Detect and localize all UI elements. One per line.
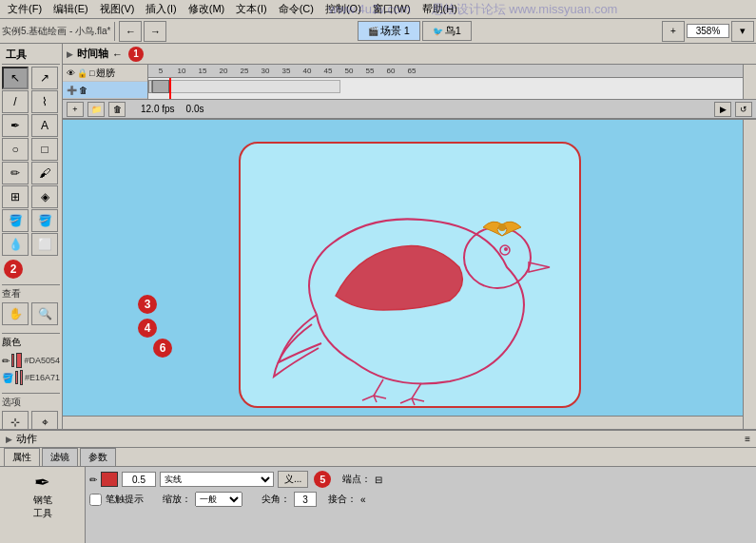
frame-65: 65 xyxy=(401,67,422,75)
frame-55: 55 xyxy=(359,67,380,75)
sharp-input[interactable] xyxy=(294,492,317,507)
line-tool[interactable]: / xyxy=(2,90,29,113)
main-area: 工具 ↖ ↗ / ⌇ ✒ A ○ □ ✏ 🖌 ⊞ ◈ 🪣 🪣 💧 ⬜ xyxy=(0,44,756,429)
actions-title: 动作 xyxy=(16,432,37,446)
menu-control[interactable]: 控制(O) xyxy=(320,0,367,18)
circle-1: 1 xyxy=(128,47,144,62)
layer-row-wing: 👁 🔒 □ 翅膀 xyxy=(63,65,147,82)
menu-insert[interactable]: 插入(I) xyxy=(140,0,182,18)
menu-file[interactable]: 文件(F) xyxy=(2,0,48,18)
menu-command[interactable]: 命令(C) xyxy=(273,0,320,18)
canvas-scrollbar-h[interactable] xyxy=(63,416,743,429)
canvas-scrollbar-v[interactable] xyxy=(743,120,756,429)
bucket-icon: 🪣 xyxy=(2,373,13,383)
delete-layer-btn[interactable]: 🗑 xyxy=(79,86,87,95)
tool-panel: 工具 ↖ ↗ / ⌇ ✒ A ○ □ ✏ 🖌 ⊞ ◈ 🪣 🪣 💧 ⬜ xyxy=(0,44,63,429)
frame-block-span[interactable] xyxy=(169,80,340,93)
menu-edit[interactable]: 编辑(E) xyxy=(48,0,94,18)
option-btn-1[interactable]: ⊹ xyxy=(2,411,29,429)
join-label: 接合： xyxy=(328,493,357,506)
oval-tool[interactable]: ○ xyxy=(2,138,29,161)
stroke-color-value: #DA5054 xyxy=(24,356,60,365)
tools-label: 工具 xyxy=(2,46,60,65)
canvas-area[interactable]: 6 xyxy=(63,120,756,429)
stroke-type-select[interactable]: 实线 xyxy=(160,472,274,487)
paint-tool[interactable]: 🪣 xyxy=(31,209,58,232)
stroke-width-input[interactable] xyxy=(122,472,156,487)
timeline-frames: 5 10 15 20 25 30 35 40 45 50 55 60 xyxy=(148,65,743,99)
pen-tool[interactable]: ✒ xyxy=(2,114,29,137)
zoom-controls: + 358% ▾ xyxy=(662,21,754,42)
hand-tool[interactable]: ✋ xyxy=(2,302,29,325)
subselect-tool[interactable]: ↗ xyxy=(31,67,58,89)
timeline-layers: 👁 🔒 □ 翅膀 ➕ 🗑 5 xyxy=(63,65,756,99)
scale-select[interactable]: 一般 xyxy=(195,492,242,507)
join-value: « xyxy=(360,495,366,505)
frame-content xyxy=(148,78,743,99)
layer-controls-row: ➕ 🗑 xyxy=(63,82,147,99)
eye-icon[interactable]: 👁 xyxy=(67,68,75,78)
brush-tool[interactable]: 🖌 xyxy=(31,162,58,184)
tip-checkbox[interactable] xyxy=(89,494,102,506)
content-area: ▶ 时间轴 ← 1 👁 🔒 □ 翅膀 xyxy=(63,44,756,429)
timeline-scrollbar-v[interactable] xyxy=(743,65,756,99)
bird-svg xyxy=(241,144,581,408)
zoom-tool[interactable]: 🔍 xyxy=(31,302,58,325)
frame-10: 10 xyxy=(171,67,192,75)
scene-tab-bird[interactable]: 🐦 鸟1 xyxy=(422,21,472,41)
loop-btn[interactable]: ↺ xyxy=(735,102,752,117)
fill-xform-tool[interactable]: ◈ xyxy=(31,185,58,208)
tab-filters[interactable]: 滤镜 xyxy=(42,448,78,466)
option-label: 选项 xyxy=(2,393,60,411)
menu-window[interactable]: 窗口(W) xyxy=(367,0,417,18)
frame-block-filled[interactable] xyxy=(152,80,169,93)
menu-view[interactable]: 视图(V) xyxy=(94,0,141,18)
window-title: 实例5.基础绘画 - 小鸟.fla* xyxy=(2,25,110,38)
select-tool[interactable]: ↖ xyxy=(2,67,29,89)
timeline-back[interactable]: ← xyxy=(112,48,123,60)
delete-layer-ctrl-btn[interactable]: 🗑 xyxy=(108,102,126,117)
stroke-prop-swatch[interactable] xyxy=(101,472,118,487)
ink-tool[interactable]: 🪣 xyxy=(2,209,29,232)
freexform-tool[interactable]: ⊞ xyxy=(2,185,29,208)
eyedrop-tool[interactable]: 💧 xyxy=(2,233,29,256)
custom-stroke-btn[interactable]: 义... xyxy=(278,471,308,488)
playhead[interactable] xyxy=(169,78,171,99)
frame-20: 20 xyxy=(213,67,234,75)
frame-40: 40 xyxy=(297,67,318,75)
bottom-panel: ▶ 动作 ≡ 属性 滤镜 参数 ✒ 钢笔 工具 ✏ 实线 xyxy=(0,429,756,543)
fill-swatch[interactable] xyxy=(20,370,23,385)
tip-label: 笔触提示 xyxy=(106,493,144,506)
add-layer-btn[interactable]: ➕ xyxy=(67,86,77,95)
fill-color-row: 🪣 #E16A71 xyxy=(2,370,60,385)
zoom-in-btn[interactable]: + xyxy=(662,21,685,42)
add-folder-btn[interactable]: 📁 xyxy=(87,102,105,117)
lasso-tool[interactable]: ⌇ xyxy=(31,90,58,113)
endpoint-label: 端点： xyxy=(342,473,371,486)
pencil-tool[interactable]: ✏ xyxy=(2,162,29,184)
scene-tab-1[interactable]: 🎬 场景 1 xyxy=(358,21,420,41)
actions-options-btn[interactable]: ≡ xyxy=(745,434,750,444)
menu-help[interactable]: 帮助(H) xyxy=(417,0,463,18)
tab-properties[interactable]: 属性 xyxy=(4,448,40,466)
frame-icon: □ xyxy=(89,68,94,78)
toolbar-row: 实例5.基础绘画 - 小鸟.fla* ← → 🎬 场景 1 🐦 鸟1 + 358… xyxy=(0,19,756,44)
option-btn-2[interactable]: ⌖ xyxy=(31,411,58,429)
menu-modify[interactable]: 修改(M) xyxy=(183,0,231,18)
actions-expand[interactable]: ▶ xyxy=(6,435,12,444)
zoom-out-btn[interactable]: ▾ xyxy=(731,21,754,42)
rect-tool[interactable]: □ xyxy=(31,138,58,161)
fill-color-value: #E16A71 xyxy=(25,373,60,382)
tab-params[interactable]: 参数 xyxy=(80,448,116,466)
frame-25: 25 xyxy=(234,67,255,75)
stroke-swatch[interactable] xyxy=(16,353,22,368)
forward-button[interactable]: → xyxy=(144,21,166,42)
layer-names: 👁 🔒 □ 翅膀 ➕ 🗑 xyxy=(63,65,148,99)
menu-text[interactable]: 文本(I) xyxy=(230,0,272,18)
add-layer-ctrl-btn[interactable]: + xyxy=(67,102,84,117)
eraser-tool[interactable]: ⬜ xyxy=(31,233,58,256)
circle-2: 2 xyxy=(4,260,23,279)
play-btn[interactable]: ▶ xyxy=(714,102,731,117)
back-button[interactable]: ← xyxy=(119,21,142,42)
text-tool[interactable]: A xyxy=(31,114,58,137)
